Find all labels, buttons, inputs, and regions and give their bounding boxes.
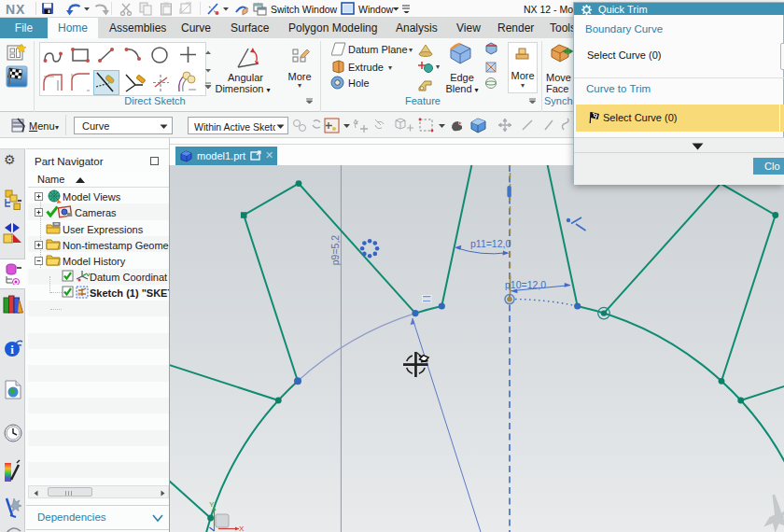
svg-text:Y: Y — [209, 500, 215, 509]
svg-text:i: i — [10, 343, 14, 357]
svg-text:p9=5,2: p9=5,2 — [329, 235, 341, 266]
svg-text:p10=12,0: p10=12,0 — [505, 279, 546, 290]
svg-text:p11=12,0: p11=12,0 — [470, 238, 511, 249]
svg-text:X: X — [239, 525, 245, 532]
